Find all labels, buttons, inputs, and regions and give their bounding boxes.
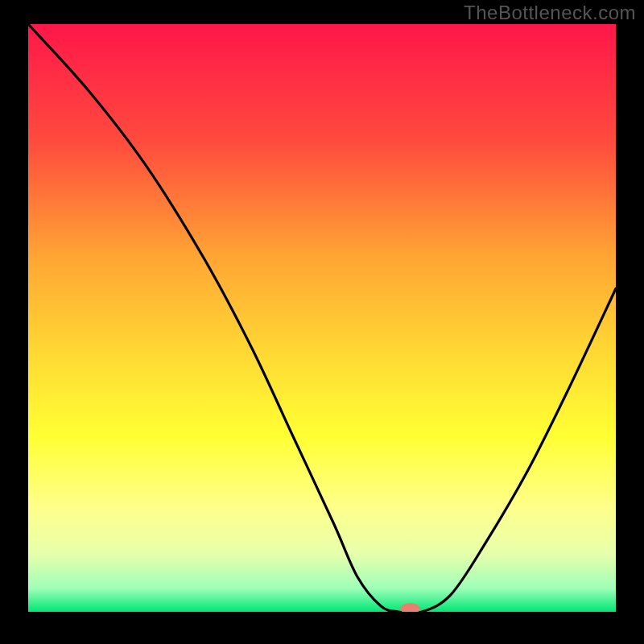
bottleneck-curve [28,24,616,612]
plot-area [28,24,616,612]
minimum-marker [401,603,420,612]
watermark-text: TheBottleneck.com [464,2,636,24]
chart-container: TheBottleneck.com [0,0,644,644]
curve-layer [28,24,616,612]
